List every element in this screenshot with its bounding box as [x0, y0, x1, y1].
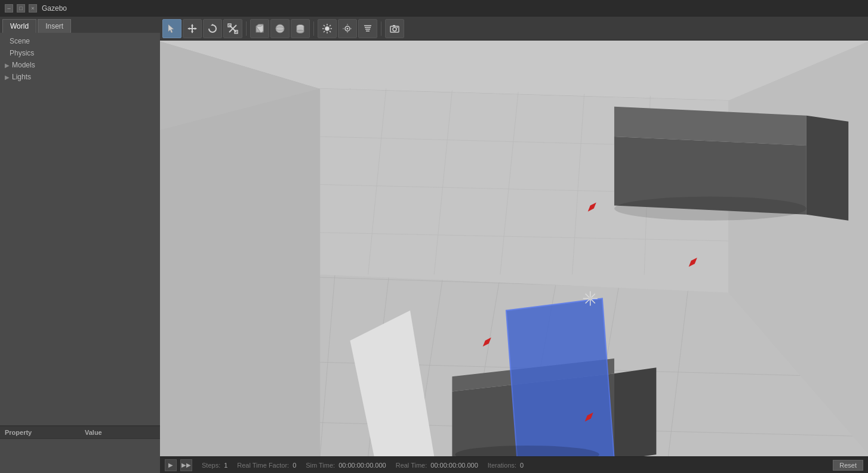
tab-world[interactable]: World	[2, 19, 36, 33]
svg-line-29	[330, 25, 331, 26]
scale-tool-button[interactable]	[223, 19, 242, 38]
svg-point-91	[589, 296, 592, 300]
models-arrow-icon: ▶	[5, 62, 10, 69]
camera-icon	[389, 23, 400, 34]
svg-rect-43	[393, 25, 395, 26]
maximize-button[interactable]: □	[17, 4, 25, 13]
box-tool-button[interactable]	[250, 19, 269, 38]
sunlight-tool-button[interactable]	[318, 19, 337, 38]
sim-time-value: 00:00:00:00.000	[338, 462, 386, 469]
sidebar: World Insert Scene Physics ▶ Models ▶ Li…	[0, 17, 160, 473]
play-controls: ▶ ▶▶	[165, 459, 192, 471]
realtime-factor-label: Real Time Factor:	[237, 462, 289, 469]
svg-point-44	[397, 27, 398, 28]
title-bar-controls: – □ ×	[5, 4, 37, 13]
physics-label: Physics	[10, 49, 34, 57]
rotate-tool-button[interactable]	[203, 19, 222, 38]
sidebar-item-scene[interactable]: Scene	[0, 35, 160, 47]
svg-point-22	[325, 26, 330, 30]
svg-marker-80	[614, 367, 656, 456]
sidebar-item-models[interactable]: ▶ Models	[0, 59, 160, 71]
translate-icon	[187, 23, 198, 34]
sphere-icon	[275, 23, 285, 34]
tab-insert[interactable]: Insert	[38, 19, 71, 33]
viewport-canvas[interactable]	[160, 41, 868, 456]
scale-icon	[227, 23, 238, 34]
tab-bar: World Insert	[0, 17, 160, 33]
separator-3	[381, 21, 381, 36]
real-time-value: 00:00:00:00.000	[430, 462, 478, 469]
rotate-icon	[207, 23, 218, 34]
iterations-item: Iterations: 0	[488, 462, 524, 469]
sphere-tool-button[interactable]	[270, 19, 290, 38]
svg-marker-73	[160, 88, 320, 456]
screenshot-button[interactable]	[385, 19, 404, 38]
realtime-factor-value: 0	[293, 462, 296, 469]
separator-2	[313, 21, 314, 36]
play-button[interactable]: ▶	[165, 459, 177, 471]
select-tool-button[interactable]	[162, 19, 181, 38]
status-bar: ▶ ▶▶ Steps: 1 Real Time Factor: 0 Sim Ti…	[160, 456, 868, 473]
steps-value: 1	[224, 462, 227, 469]
value-column-header: Value	[80, 426, 160, 438]
reset-button[interactable]: Reset	[833, 460, 863, 471]
cursor-icon	[167, 23, 177, 34]
sun-icon	[322, 23, 333, 34]
title-bar: – □ × Gazebo	[0, 0, 868, 17]
svg-marker-3	[191, 24, 193, 26]
svg-point-21	[297, 30, 304, 33]
pointlight-tool-button[interactable]	[338, 19, 357, 38]
minimize-button[interactable]: –	[5, 4, 13, 13]
svg-line-27	[324, 25, 325, 26]
svg-marker-77	[807, 116, 848, 221]
real-time-item: Real Time: 00:00:00:00.000	[396, 462, 478, 469]
iterations-label: Iterations:	[488, 462, 516, 469]
steps-item: Steps: 1	[202, 462, 227, 469]
translate-tool-button[interactable]	[183, 19, 202, 38]
sidebar-tree: Scene Physics ▶ Models ▶ Lights	[0, 33, 160, 425]
iterations-value: 0	[520, 462, 524, 469]
svg-point-32	[347, 27, 349, 29]
svg-marker-6	[195, 27, 197, 30]
separator-1	[246, 21, 247, 36]
properties-header: Property Value	[0, 426, 160, 439]
main-layout: World Insert Scene Physics ▶ Models ▶ Li…	[0, 17, 868, 473]
step-button[interactable]: ▶▶	[180, 459, 192, 471]
toolbar	[160, 17, 868, 41]
real-time-label: Real Time:	[396, 462, 427, 469]
models-label: Models	[12, 61, 35, 69]
point-light-icon	[342, 23, 353, 34]
svg-marker-4	[191, 31, 193, 33]
property-column-header: Property	[0, 426, 80, 438]
box-icon	[254, 23, 265, 34]
sidebar-item-lights[interactable]: ▶ Lights	[0, 71, 160, 83]
svg-line-30	[324, 31, 325, 32]
spotlight-tool-button[interactable]	[358, 19, 377, 38]
lights-label: Lights	[12, 73, 31, 81]
svg-point-93	[614, 197, 807, 221]
realtime-factor-item: Real Time Factor: 0	[237, 462, 296, 469]
lights-arrow-icon: ▶	[5, 74, 10, 81]
close-button[interactable]: ×	[29, 4, 37, 13]
steps-label: Steps:	[202, 462, 220, 469]
sim-time-label: Sim Time:	[306, 462, 335, 469]
scene-label: Scene	[10, 37, 30, 45]
sidebar-item-physics[interactable]: Physics	[0, 47, 160, 59]
svg-marker-0	[168, 24, 174, 33]
svg-point-15	[276, 24, 284, 33]
cylinder-icon	[295, 23, 306, 34]
cylinder-tool-button[interactable]	[291, 19, 310, 38]
svg-line-28	[330, 31, 331, 32]
svg-marker-5	[187, 27, 190, 30]
sim-time-item: Sim Time: 00:00:00:00.000	[306, 462, 386, 469]
viewport: ▶ ▶▶ Steps: 1 Real Time Factor: 0 Sim Ti…	[160, 17, 868, 473]
properties-panel: Property Value	[0, 425, 160, 473]
app-title: Gazebo	[42, 4, 67, 13]
svg-marker-81	[506, 298, 614, 456]
svg-point-42	[393, 27, 396, 31]
spot-light-icon	[362, 23, 373, 34]
3d-scene-svg	[160, 41, 868, 456]
